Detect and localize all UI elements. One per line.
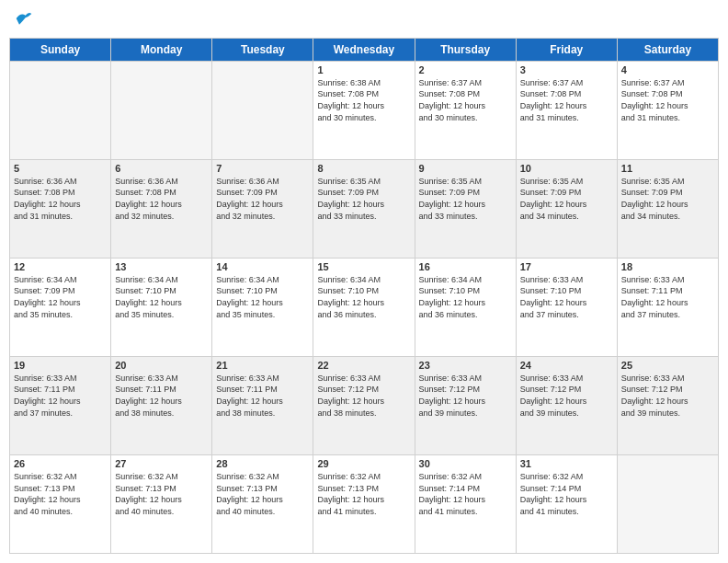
calendar-cell (212, 61, 313, 159)
day-number: 19 (14, 360, 107, 371)
calendar-cell (10, 61, 111, 159)
day-info: Sunrise: 6:32 AM Sunset: 7:14 PM Dayligh… (520, 471, 613, 517)
day-number: 16 (419, 261, 512, 272)
day-number: 11 (621, 163, 714, 174)
day-number: 10 (520, 163, 613, 174)
weekday-header-saturday: Saturday (617, 38, 718, 61)
calendar-cell: 19Sunrise: 6:33 AM Sunset: 7:11 PM Dayli… (10, 356, 111, 454)
day-info: Sunrise: 6:34 AM Sunset: 7:10 PM Dayligh… (216, 274, 309, 320)
day-number: 1 (317, 64, 410, 75)
calendar-cell: 10Sunrise: 6:35 AM Sunset: 7:09 PM Dayli… (516, 159, 617, 258)
logo (13, 9, 33, 32)
weekday-header-thursday: Thursday (415, 38, 516, 61)
day-info: Sunrise: 6:32 AM Sunset: 7:13 PM Dayligh… (216, 471, 309, 517)
day-number: 27 (115, 458, 208, 469)
calendar-table: SundayMondayTuesdayWednesdayThursdayFrid… (9, 38, 719, 554)
calendar-cell: 8Sunrise: 6:35 AM Sunset: 7:09 PM Daylig… (313, 159, 415, 258)
calendar-cell: 21Sunrise: 6:33 AM Sunset: 7:11 PM Dayli… (212, 356, 313, 454)
day-number: 22 (317, 360, 410, 371)
page: SundayMondayTuesdayWednesdayThursdayFrid… (0, 0, 728, 563)
calendar-cell: 6Sunrise: 6:36 AM Sunset: 7:08 PM Daylig… (111, 159, 212, 258)
calendar-cell: 12Sunrise: 6:34 AM Sunset: 7:09 PM Dayli… (10, 258, 111, 356)
day-number: 17 (520, 261, 613, 272)
calendar-cell: 7Sunrise: 6:36 AM Sunset: 7:09 PM Daylig… (212, 159, 313, 258)
day-number: 25 (621, 360, 714, 371)
day-number: 26 (14, 458, 107, 469)
day-number: 28 (216, 458, 309, 469)
day-info: Sunrise: 6:36 AM Sunset: 7:08 PM Dayligh… (115, 176, 208, 222)
calendar-cell: 26Sunrise: 6:32 AM Sunset: 7:13 PM Dayli… (10, 454, 111, 553)
calendar-cell (111, 61, 212, 159)
calendar-week-4: 19Sunrise: 6:33 AM Sunset: 7:11 PM Dayli… (10, 356, 719, 454)
day-number: 29 (317, 458, 410, 469)
calendar-cell: 3Sunrise: 6:37 AM Sunset: 7:08 PM Daylig… (516, 61, 617, 159)
weekday-header-tuesday: Tuesday (212, 38, 313, 61)
day-number: 3 (520, 64, 613, 75)
day-number: 13 (115, 261, 208, 272)
day-number: 8 (317, 163, 410, 174)
calendar-cell (617, 454, 718, 553)
logo-text (13, 9, 33, 32)
calendar-cell: 18Sunrise: 6:33 AM Sunset: 7:11 PM Dayli… (617, 258, 718, 356)
calendar-cell: 16Sunrise: 6:34 AM Sunset: 7:10 PM Dayli… (415, 258, 516, 356)
day-info: Sunrise: 6:34 AM Sunset: 7:10 PM Dayligh… (115, 274, 208, 320)
day-info: Sunrise: 6:33 AM Sunset: 7:11 PM Dayligh… (216, 373, 309, 419)
day-info: Sunrise: 6:33 AM Sunset: 7:10 PM Dayligh… (520, 274, 613, 320)
calendar-cell: 22Sunrise: 6:33 AM Sunset: 7:12 PM Dayli… (313, 356, 415, 454)
day-info: Sunrise: 6:32 AM Sunset: 7:13 PM Dayligh… (115, 471, 208, 517)
day-number: 12 (14, 261, 107, 272)
day-number: 4 (621, 64, 714, 75)
day-info: Sunrise: 6:33 AM Sunset: 7:12 PM Dayligh… (520, 373, 613, 419)
calendar-cell: 24Sunrise: 6:33 AM Sunset: 7:12 PM Dayli… (516, 356, 617, 454)
day-info: Sunrise: 6:37 AM Sunset: 7:08 PM Dayligh… (419, 77, 512, 123)
calendar-cell: 25Sunrise: 6:33 AM Sunset: 7:12 PM Dayli… (617, 356, 718, 454)
weekday-header-sunday: Sunday (10, 38, 111, 61)
calendar-cell: 23Sunrise: 6:33 AM Sunset: 7:12 PM Dayli… (415, 356, 516, 454)
calendar-cell: 14Sunrise: 6:34 AM Sunset: 7:10 PM Dayli… (212, 258, 313, 356)
day-number: 6 (115, 163, 208, 174)
calendar-cell: 1Sunrise: 6:38 AM Sunset: 7:08 PM Daylig… (313, 61, 415, 159)
day-number: 20 (115, 360, 208, 371)
calendar-cell: 27Sunrise: 6:32 AM Sunset: 7:13 PM Dayli… (111, 454, 212, 553)
calendar-cell: 15Sunrise: 6:34 AM Sunset: 7:10 PM Dayli… (313, 258, 415, 356)
day-info: Sunrise: 6:36 AM Sunset: 7:09 PM Dayligh… (216, 176, 309, 222)
day-info: Sunrise: 6:34 AM Sunset: 7:10 PM Dayligh… (419, 274, 512, 320)
day-info: Sunrise: 6:36 AM Sunset: 7:08 PM Dayligh… (14, 176, 107, 222)
logo-bird-icon (15, 9, 33, 28)
calendar-cell: 2Sunrise: 6:37 AM Sunset: 7:08 PM Daylig… (415, 61, 516, 159)
day-info: Sunrise: 6:35 AM Sunset: 7:09 PM Dayligh… (520, 176, 613, 222)
day-number: 5 (14, 163, 107, 174)
day-number: 7 (216, 163, 309, 174)
day-info: Sunrise: 6:33 AM Sunset: 7:11 PM Dayligh… (115, 373, 208, 419)
calendar-cell: 4Sunrise: 6:37 AM Sunset: 7:08 PM Daylig… (617, 61, 718, 159)
calendar-cell: 30Sunrise: 6:32 AM Sunset: 7:14 PM Dayli… (415, 454, 516, 553)
weekday-header-monday: Monday (111, 38, 212, 61)
day-info: Sunrise: 6:33 AM Sunset: 7:12 PM Dayligh… (419, 373, 512, 419)
calendar-header-row: SundayMondayTuesdayWednesdayThursdayFrid… (10, 38, 719, 61)
weekday-header-friday: Friday (516, 38, 617, 61)
day-info: Sunrise: 6:33 AM Sunset: 7:12 PM Dayligh… (317, 373, 410, 419)
day-info: Sunrise: 6:35 AM Sunset: 7:09 PM Dayligh… (621, 176, 714, 222)
day-info: Sunrise: 6:32 AM Sunset: 7:13 PM Dayligh… (317, 471, 410, 517)
day-info: Sunrise: 6:33 AM Sunset: 7:11 PM Dayligh… (621, 274, 714, 320)
calendar-cell: 29Sunrise: 6:32 AM Sunset: 7:13 PM Dayli… (313, 454, 415, 553)
day-info: Sunrise: 6:37 AM Sunset: 7:08 PM Dayligh… (621, 77, 714, 123)
day-number: 30 (419, 458, 512, 469)
calendar-cell: 9Sunrise: 6:35 AM Sunset: 7:09 PM Daylig… (415, 159, 516, 258)
calendar-cell: 5Sunrise: 6:36 AM Sunset: 7:08 PM Daylig… (10, 159, 111, 258)
weekday-header-wednesday: Wednesday (313, 38, 415, 61)
day-info: Sunrise: 6:34 AM Sunset: 7:09 PM Dayligh… (14, 274, 107, 320)
day-info: Sunrise: 6:34 AM Sunset: 7:10 PM Dayligh… (317, 274, 410, 320)
day-number: 23 (419, 360, 512, 371)
day-info: Sunrise: 6:35 AM Sunset: 7:09 PM Dayligh… (419, 176, 512, 222)
calendar-week-3: 12Sunrise: 6:34 AM Sunset: 7:09 PM Dayli… (10, 258, 719, 356)
day-info: Sunrise: 6:38 AM Sunset: 7:08 PM Dayligh… (317, 77, 410, 123)
day-info: Sunrise: 6:32 AM Sunset: 7:13 PM Dayligh… (14, 471, 107, 517)
day-info: Sunrise: 6:37 AM Sunset: 7:08 PM Dayligh… (520, 77, 613, 123)
day-info: Sunrise: 6:33 AM Sunset: 7:11 PM Dayligh… (14, 373, 107, 419)
calendar-cell: 11Sunrise: 6:35 AM Sunset: 7:09 PM Dayli… (617, 159, 718, 258)
day-number: 14 (216, 261, 309, 272)
day-number: 9 (419, 163, 512, 174)
calendar-week-5: 26Sunrise: 6:32 AM Sunset: 7:13 PM Dayli… (10, 454, 719, 553)
day-number: 24 (520, 360, 613, 371)
